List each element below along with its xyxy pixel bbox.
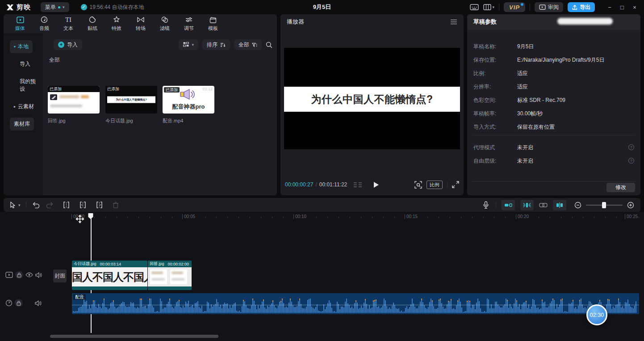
minimize-button[interactable]: − [606,4,614,11]
tab-templates[interactable]: 模板 [201,16,225,32]
media-item-topic[interactable]: 已添加 为什么中国人不能懒惰点? 今日话题.jpg [105,86,157,124]
auto-snap-toggle[interactable] [502,200,515,210]
preview-axis-icon [556,202,563,208]
draft-params-panel: 草稿参数 草稿名称:9月5日 保存位置:E:/Naraka/JianyingPr… [467,14,640,195]
timeline-zoom-slider[interactable] [586,202,623,208]
media-thumbnail: 01:12 配音神器pro 已添加 [163,86,214,114]
sidebar-item-cloud[interactable]: ▸ 云素材 [10,100,38,113]
menu-button[interactable]: 菜单 ▾ [41,2,69,12]
video-track-icon [5,272,13,278]
record-voiceover-button[interactable] [483,201,489,209]
aspect-ratio-button[interactable]: 比例 [427,181,443,189]
filter-icon [252,42,257,47]
mute-track-button[interactable] [35,300,42,306]
tab-effects[interactable]: 特效 [105,16,129,32]
help-icon[interactable]: ? [628,144,634,150]
help-icon[interactable]: ? [628,158,634,164]
tab-audio[interactable]: 音频 [32,16,56,32]
audio-waveform [73,298,638,313]
field-value: E:/Naraka/JianyingPro Drafts/9月5日 [517,56,604,64]
close-button[interactable]: × [631,4,639,11]
timeline-ruler[interactable]: 00:00 00:05 00:10 00:15 00:20 00:25 [0,213,644,220]
fullscreen-icon[interactable] [452,181,459,188]
redo-button[interactable] [46,202,53,208]
tab-transition[interactable]: 转场 [129,16,153,32]
media-filename: 今日话题.jpg [105,118,157,124]
grid-view-icon [183,42,189,48]
export-button[interactable]: 导出 [568,2,595,12]
lock-track-button[interactable] [15,299,23,307]
media-item-answer[interactable]: 已添加 回答.jpg [48,86,100,124]
clip-answer[interactable]: 回答.jpg 00:00:02:00 [148,261,192,290]
split-right-button[interactable] [96,202,103,208]
megaphone-icon [180,88,195,100]
cover-button[interactable]: 封面 [53,269,67,282]
clip-duration: 00:00:03:14 [100,262,121,266]
chevron-down-icon[interactable]: ▾ [18,203,21,207]
filter-button[interactable]: 全部 [234,39,262,50]
tab-label: 音频 [39,25,49,32]
layout-switcher-button[interactable]: ▾ [483,4,495,10]
split-left-button[interactable] [79,202,86,208]
audio-track-icon [5,299,13,307]
sort-label: 排序 [207,41,217,49]
player-menu-icon[interactable] [450,19,457,25]
undo-button[interactable] [33,202,40,208]
delete-button[interactable] [113,202,119,208]
field-label: 代理模式 [473,144,495,152]
view-mode-button[interactable]: ▾ [179,39,198,50]
search-icon[interactable] [266,42,272,48]
hide-track-button[interactable] [25,272,33,278]
sidebar-item-local[interactable]: ▾ 本地 [10,40,33,53]
divider [473,181,635,181]
vip-button[interactable]: VIP [504,2,525,12]
sidebar-item-import[interactable]: 导入 [10,58,34,71]
field-value: 保留在原有位置 [517,123,555,131]
triangle-down-icon: ▾ [14,45,16,49]
divider [473,135,635,135]
tab-sticker[interactable]: 贴纸 [80,16,105,32]
frame-focus-icon[interactable] [414,181,422,189]
blurred-text [81,95,89,98]
ruler-label: 00:10 [293,214,306,219]
sidebar-item-label: 本地 [18,43,29,51]
audio-clip-voiceover[interactable]: 配音 [72,293,639,314]
preview-axis-toggle[interactable] [553,200,566,210]
preview-quality-icon[interactable] [353,182,362,188]
zoom-out-button[interactable] [574,202,581,209]
sort-button[interactable]: 排序 [202,39,230,50]
lock-track-button[interactable] [15,271,23,279]
slider-handle[interactable] [602,202,606,208]
vip-notification-dot [521,3,523,6]
tab-filters[interactable]: 滤镜 [153,16,177,32]
tab-media[interactable]: 媒体 [8,16,32,32]
blurred-text [59,95,79,98]
link-material-button[interactable] [539,203,548,207]
recording-timer-bubble[interactable]: 02:30 [586,304,607,325]
sort-icon [220,42,226,47]
tab-adjust[interactable]: 调节 [177,16,201,32]
clip-footer [72,286,147,290]
timeline-horizontal-scrollbar[interactable] [50,335,218,338]
shortcut-keyboard-button[interactable] [470,4,479,10]
tab-text[interactable]: TI 文本 [56,16,80,32]
media-item-voiceover[interactable]: 01:12 配音神器pro 已添加 配音.mp4 [163,86,214,124]
video-viewport[interactable]: 为什么中国人不能懒惰点? [284,48,460,149]
sidebar-item-presets[interactable]: 我的预设 [10,75,43,96]
play-button[interactable] [373,181,379,188]
waveform-centerline [72,305,639,305]
linkage-toggle[interactable] [520,200,534,210]
mute-track-button[interactable] [35,272,42,278]
select-tool-button[interactable] [10,202,16,208]
import-button[interactable]: + 导入 [54,39,82,50]
zoom-in-button[interactable] [627,202,634,209]
ruler-label: 00:20 [516,214,529,219]
clip-topic[interactable]: 今日话题.jpg 00:00:03:14 国人不国人不国人不国人 [72,261,147,290]
split-button[interactable] [63,202,70,208]
maximize-button[interactable]: □ [618,4,626,11]
review-button[interactable]: 审阅 [535,2,563,12]
modify-button[interactable]: 修改 [606,183,635,192]
playhead-marker[interactable] [88,213,93,219]
sidebar-item-stock[interactable]: 素材库 [10,118,34,131]
clip-duration: 00:00:02:00 [168,262,189,266]
